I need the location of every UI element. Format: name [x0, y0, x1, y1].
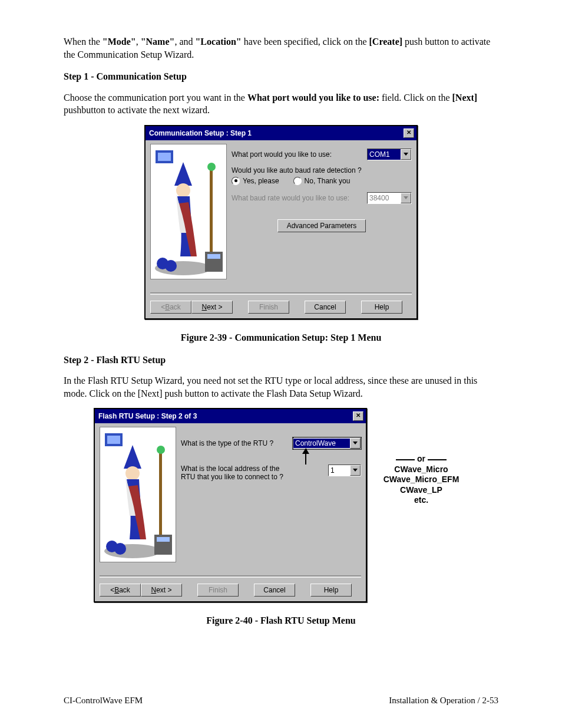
next-button[interactable]: Next >	[141, 584, 182, 597]
svg-point-10	[165, 260, 177, 272]
separator	[100, 575, 361, 578]
chevron-down-icon[interactable]	[401, 149, 411, 160]
svg-rect-6	[158, 153, 171, 161]
svg-point-15	[157, 446, 165, 454]
chevron-down-icon[interactable]	[350, 438, 361, 449]
step2-heading: Step 2 - Flash RTU Setup	[64, 354, 498, 367]
comm-setup-dialog: Communication Setup : Step 1 ✕	[144, 125, 418, 319]
titlebar: Communication Setup : Step 1 ✕	[146, 126, 416, 140]
port-label: What port would you like to use:	[232, 150, 367, 159]
finish-button: Finish	[248, 301, 289, 314]
svg-point-2	[176, 183, 190, 197]
svg-rect-19	[157, 537, 170, 542]
baud-value	[368, 193, 401, 203]
flash-rtu-dialog: Flash RTU Setup : Step 2 of 3 ✕	[94, 408, 367, 602]
figure-2-caption: Figure 2-40 - Flash RTU Setup Menu	[64, 614, 498, 627]
svg-rect-3	[210, 168, 213, 262]
finish-button: Finish	[197, 584, 239, 597]
wizard-image	[150, 144, 227, 279]
paragraph-mode-name-location: When the "Mode", "Name", and "Location" …	[64, 35, 498, 61]
radio-no-label: No, Thank you	[305, 177, 351, 185]
rtu-addr-label: What is the local address of the RTU tha…	[181, 465, 328, 481]
rtu-addr-value[interactable]	[329, 466, 350, 475]
svg-rect-14	[159, 451, 162, 545]
svg-rect-17	[107, 436, 120, 444]
radio-yes-label: Yes, please	[243, 177, 279, 185]
close-icon[interactable]: ✕	[404, 129, 414, 138]
chevron-down-icon[interactable]	[350, 465, 361, 476]
paragraph-choose-port: Choose the communication port you want i…	[64, 91, 498, 117]
autobaud-label: Would you like auto baud rate detection …	[232, 166, 412, 174]
rtu-addr-combo[interactable]	[328, 465, 361, 476]
advanced-parameters-button[interactable]: Advanced Parameters	[277, 219, 366, 232]
cancel-button[interactable]: Cancel	[305, 301, 346, 314]
back-button[interactable]: < Back	[100, 584, 141, 597]
dialog-title: Flash RTU Setup : Step 2 of 3	[98, 412, 197, 420]
back-button: < Back	[150, 301, 191, 314]
wizard-image	[100, 427, 176, 562]
annotation-rtu-types: or CWave_Micro CWave_Micro_EFM CWave_LP …	[374, 454, 468, 506]
titlebar: Flash RTU Setup : Step 2 of 3 ✕	[95, 409, 366, 423]
step1-heading: Step 1 - Communication Setup	[64, 70, 498, 83]
footer-right: Installation & Operation / 2-53	[389, 696, 498, 706]
footer-left: CI-ControlWave EFM	[64, 696, 143, 706]
port-value[interactable]	[368, 150, 401, 159]
svg-point-4	[207, 163, 216, 171]
rtu-type-combo[interactable]	[293, 437, 361, 449]
separator	[150, 292, 412, 295]
help-button[interactable]: Help	[361, 301, 402, 314]
next-button[interactable]: Next >	[191, 301, 233, 314]
baud-combo	[367, 192, 412, 204]
chevron-down-icon	[401, 193, 411, 203]
dialog-title: Communication Setup : Step 1	[149, 129, 252, 137]
svg-point-13	[125, 466, 140, 480]
svg-point-21	[114, 543, 126, 555]
baud-label: What baud rate would you like to use:	[232, 194, 367, 202]
radio-yes[interactable]: Yes, please	[232, 177, 279, 185]
arrow-up-icon	[301, 448, 310, 466]
close-icon[interactable]: ✕	[353, 411, 363, 421]
port-combo[interactable]	[367, 149, 412, 160]
rtu-type-label: What is the type of the RTU ?	[181, 439, 293, 447]
radio-no[interactable]: No, Thank you	[293, 177, 351, 185]
svg-rect-8	[207, 254, 220, 259]
rtu-type-value[interactable]	[293, 439, 350, 448]
paragraph-flash-rtu: In the Flash RTU Setup Wizard, you need …	[64, 374, 498, 400]
help-button[interactable]: Help	[310, 584, 352, 597]
figure-1-caption: Figure 2-39 - Communication Setup: Step …	[64, 331, 498, 344]
cancel-button[interactable]: Cancel	[254, 584, 295, 597]
